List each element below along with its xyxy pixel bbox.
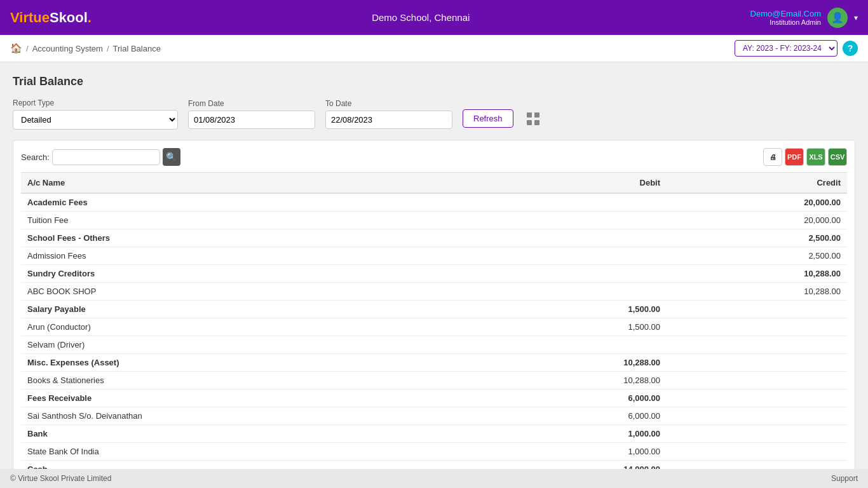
to-date-group: To Date [325, 99, 452, 129]
cell-debit [486, 193, 667, 212]
to-date-input[interactable] [325, 111, 452, 129]
cell-ac-name: Arun (Conductor) [21, 318, 486, 336]
header-right: Demo@Email.Com Institution Admin 👤 ▾ [750, 8, 858, 28]
user-menu-chevron-icon[interactable]: ▾ [854, 13, 858, 22]
report-type-select[interactable]: Detailed Summary [13, 110, 178, 130]
cell-ac-name: ABC BOOK SHOP [21, 283, 486, 301]
cell-debit [486, 247, 667, 265]
cell-ac-name: Salary Payable [21, 301, 486, 318]
pdf-button[interactable]: PDF [785, 148, 804, 166]
col-credit: Credit [667, 173, 847, 194]
svg-rect-2 [527, 120, 532, 125]
breadcrumb-sep-2: / [107, 44, 109, 53]
cell-debit: 1,500.00 [486, 318, 667, 336]
from-date-input[interactable] [188, 111, 315, 129]
table-row[interactable]: ABC BOOK SHOP10,288.00 [21, 283, 847, 301]
cell-ac-name: Fees Receivable [21, 390, 486, 407]
cell-ac-name: Academic Fees [21, 193, 486, 212]
svg-rect-0 [527, 112, 532, 118]
cell-ac-name: Books & Stationeries [21, 372, 486, 390]
cell-ac-name: Tuition Fee [21, 212, 486, 229]
cell-ac-name: Bank [21, 425, 486, 443]
table-row[interactable]: Salary Payable1,500.00 [21, 301, 847, 318]
table-header-row: A/c Name Debit Credit [21, 173, 847, 194]
cell-credit [667, 425, 847, 443]
cell-debit: 1,500.00 [486, 301, 667, 318]
search-button[interactable]: 🔍 [163, 148, 180, 166]
copyright: © Virtue Skool Private Limited [10, 474, 111, 483]
cell-debit: 1,000.00 [486, 425, 667, 443]
from-date-group: From Date [188, 99, 315, 129]
breadcrumb-current: Trial Balance [113, 44, 161, 53]
from-date-label: From Date [188, 99, 315, 108]
breadcrumb-bar: 🏠 / Accounting System / Trial Balance AY… [0, 35, 868, 62]
home-icon[interactable]: 🏠 [10, 43, 22, 54]
table-row[interactable]: Tuition Fee20,000.00 [21, 212, 847, 229]
page-title: Trial Balance [13, 75, 855, 88]
refresh-button[interactable]: Refresh [463, 109, 513, 128]
avatar[interactable]: 👤 [827, 8, 848, 28]
main-content: Trial Balance Report Type Detailed Summa… [0, 62, 868, 488]
support-link[interactable]: Support [831, 474, 858, 483]
logo: VirtueSkool. [10, 10, 92, 26]
cell-ac-name: Selvam (Driver) [21, 336, 486, 354]
col-ac-name: A/c Name [21, 173, 486, 194]
table-row[interactable]: Admission Fees2,500.00 [21, 247, 847, 265]
help-button[interactable]: ? [843, 41, 858, 56]
footer: © Virtue Skool Private Limited Support [0, 469, 868, 488]
search-label: Search: [21, 152, 50, 162]
ay-selector[interactable]: AY: 2023 - FY: 2023-24 [735, 40, 837, 57]
cell-credit [667, 407, 847, 425]
search-area: Search: 🔍 [21, 148, 180, 166]
table-row[interactable]: Fees Receivable6,000.00 [21, 390, 847, 407]
cell-ac-name: Sundry Creditors [21, 265, 486, 283]
user-info: Demo@Email.Com Institution Admin [750, 9, 821, 26]
cell-credit: 20,000.00 [667, 212, 847, 229]
cell-credit: 2,500.00 [667, 247, 847, 265]
logo-virtue: Virtue [10, 10, 50, 25]
cell-credit [667, 336, 847, 354]
table-row[interactable]: Bank1,000.00 [21, 425, 847, 443]
cell-debit: 10,288.00 [486, 372, 667, 390]
cell-credit [667, 372, 847, 390]
cell-debit: 1,000.00 [486, 443, 667, 461]
cell-debit [486, 265, 667, 283]
cell-debit [486, 229, 667, 247]
cell-credit [667, 443, 847, 461]
cell-ac-name: Misc. Expenses (Asset) [21, 354, 486, 372]
col-debit: Debit [486, 173, 667, 194]
table-row[interactable]: Sai Santhosh S/o. Deivanathan6,000.00 [21, 407, 847, 425]
column-settings-icon[interactable] [524, 109, 543, 128]
export-buttons: 🖨 PDF XLS CSV [763, 148, 847, 166]
table-row[interactable]: Misc. Expenses (Asset)10,288.00 [21, 354, 847, 372]
table-row[interactable]: School Fees - Others2,500.00 [21, 229, 847, 247]
table-row[interactable]: Books & Stationeries10,288.00 [21, 372, 847, 390]
print-button[interactable]: 🖨 [763, 148, 782, 166]
xls-csv-button[interactable]: CSV [828, 148, 847, 166]
table-container: Search: 🔍 🖨 PDF XLS CSV A/c Name Debit C… [13, 140, 855, 488]
breadcrumb-right: AY: 2023 - FY: 2023-24 ? [735, 40, 858, 57]
cell-credit: 2,500.00 [667, 229, 847, 247]
header: VirtueSkool. Demo School, Chennai Demo@E… [0, 0, 868, 35]
school-name: Demo School, Chennai [372, 12, 470, 23]
cell-ac-name: Sai Santhosh S/o. Deivanathan [21, 407, 486, 425]
breadcrumb: 🏠 / Accounting System / Trial Balance [10, 43, 161, 54]
table-row[interactable]: Sundry Creditors10,288.00 [21, 265, 847, 283]
breadcrumb-sep-1: / [26, 44, 29, 53]
cell-credit: 10,288.00 [667, 283, 847, 301]
cell-credit: 10,288.00 [667, 265, 847, 283]
xlsx-button[interactable]: XLS [806, 148, 825, 166]
table-row[interactable]: Arun (Conductor)1,500.00 [21, 318, 847, 336]
table-row[interactable]: State Bank Of India1,000.00 [21, 443, 847, 461]
breadcrumb-accounting[interactable]: Accounting System [32, 44, 103, 53]
logo-text: VirtueSkool. [10, 10, 92, 26]
cell-debit [486, 336, 667, 354]
search-input[interactable] [52, 149, 160, 165]
svg-rect-1 [534, 112, 539, 118]
cell-credit [667, 354, 847, 372]
cell-ac-name: State Bank Of India [21, 443, 486, 461]
table-row[interactable]: Academic Fees20,000.00 [21, 193, 847, 212]
cell-ac-name: Admission Fees [21, 247, 486, 265]
cell-ac-name: School Fees - Others [21, 229, 486, 247]
table-row[interactable]: Selvam (Driver) [21, 336, 847, 354]
